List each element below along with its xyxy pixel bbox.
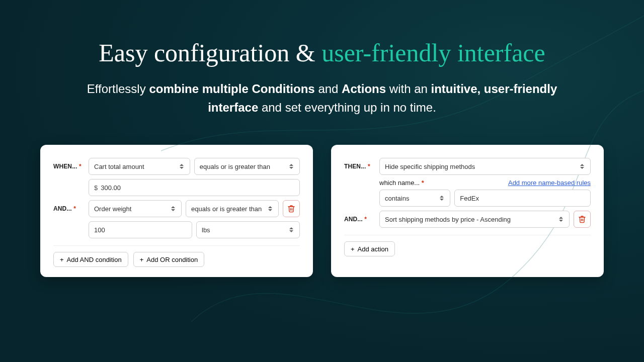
when-row: WHEN... * Cart total amount equals or is… — [53, 158, 300, 175]
trash-icon — [287, 205, 295, 213]
stepper-icon — [170, 205, 176, 213]
and-value-row: 100 lbs — [53, 221, 300, 238]
stepper-icon — [288, 226, 294, 234]
when-operator-select[interactable]: equals or is greater than — [194, 158, 300, 175]
stepper-icon — [267, 205, 273, 213]
add-and-condition-button[interactable]: + Add AND condition — [53, 252, 128, 267]
stepper-icon — [579, 162, 585, 170]
which-name-label: which name... * — [379, 179, 424, 187]
which-name-row: which name... * Add more name-based rule… — [379, 179, 591, 187]
stepper-icon — [439, 194, 445, 202]
and-row: AND... * Order weight equals or is great… — [53, 200, 300, 217]
page-subtitle: Effortlessly combine multiple Conditions… — [70, 79, 574, 117]
when-field-select[interactable]: Cart total amount — [89, 158, 190, 175]
divider — [53, 245, 300, 246]
add-or-condition-button[interactable]: + Add OR condition — [133, 252, 205, 267]
and-unit-select[interactable]: lbs — [196, 221, 300, 238]
conditions-card: WHEN... * Cart total amount equals or is… — [40, 145, 313, 277]
divider — [344, 235, 591, 235]
delete-condition-button[interactable] — [283, 200, 300, 217]
title-plain: Easy configuration & — [99, 39, 321, 67]
and-value-input[interactable]: 100 — [89, 221, 192, 238]
and-action-label: AND... * — [344, 216, 375, 223]
when-value-row: $ 300.00 — [53, 179, 300, 196]
plus-icon: + — [351, 245, 355, 253]
and-field-select[interactable]: Order weight — [89, 200, 182, 217]
delete-action-button[interactable] — [574, 211, 591, 228]
stepper-icon — [558, 215, 564, 223]
when-value-input[interactable]: $ 300.00 — [89, 179, 300, 196]
actions-card: THEN... * Hide specific shipping methods… — [331, 145, 604, 277]
add-action-button[interactable]: + Add action — [344, 241, 395, 256]
name-value-input[interactable]: FedEx — [454, 190, 591, 207]
condition-buttons: + Add AND condition + Add OR condition — [53, 252, 300, 267]
then-action-select[interactable]: Hide specific shipping methods — [379, 158, 591, 175]
plus-icon: + — [140, 256, 144, 263]
and-action-row: AND... * Sort shipping methods by price … — [344, 211, 591, 228]
name-operator-select[interactable]: contains — [379, 190, 450, 207]
then-label: THEN... * — [344, 163, 375, 170]
currency-prefix: $ — [94, 184, 98, 192]
and-label: AND... * — [53, 205, 85, 212]
name-rule-row: contains FedEx — [344, 190, 591, 207]
title-accent: user-friendly interface — [321, 39, 545, 67]
stepper-icon — [288, 162, 294, 170]
action-buttons: + Add action — [344, 241, 591, 256]
stepper-icon — [179, 162, 185, 170]
add-name-rules-link[interactable]: Add more name-based rules — [508, 179, 591, 187]
when-label: WHEN... * — [53, 163, 85, 170]
then-row: THEN... * Hide specific shipping methods — [344, 158, 591, 175]
and-action-select[interactable]: Sort shipping methods by price - Ascendi… — [379, 211, 570, 228]
page-title: Easy configuration & user-friendly inter… — [0, 0, 644, 67]
and-operator-select[interactable]: equals or is greater than — [186, 200, 279, 217]
trash-icon — [578, 215, 586, 223]
plus-icon: + — [60, 256, 64, 263]
